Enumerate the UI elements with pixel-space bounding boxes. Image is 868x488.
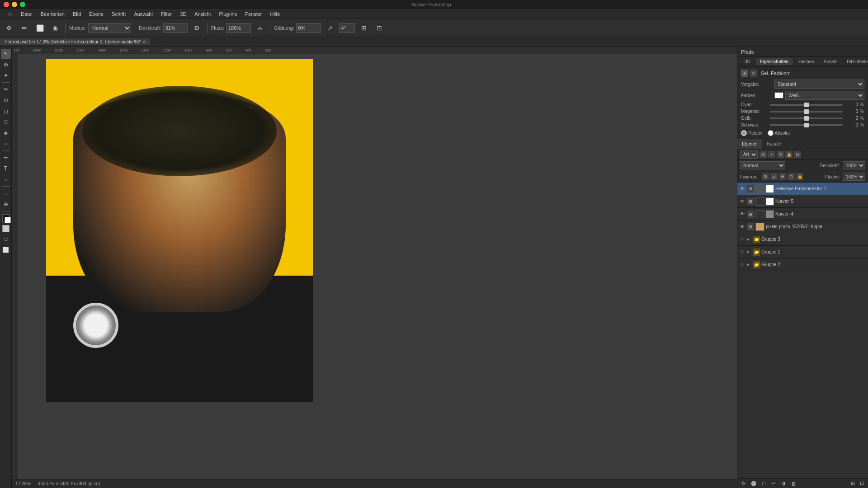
zoom-tool[interactable]: ⊕ — [1, 199, 11, 209]
group-arrow-icon[interactable]: ▶ — [747, 263, 751, 267]
lock-all-icon[interactable]: 🔒 — [785, 151, 793, 158]
tool-icon-2[interactable]: ◉ — [49, 22, 61, 34]
fx-icon[interactable]: fx — [740, 480, 747, 487]
dodge-tool[interactable]: ○ — [1, 139, 11, 149]
layer-visibility-icon[interactable]: 👁 — [739, 211, 745, 217]
flaeche-select[interactable]: 100% — [843, 173, 865, 181]
layer-visibility-icon[interactable]: 👁 — [739, 262, 745, 268]
farben-select[interactable]: Weiß Rottöne Gelbtöne — [785, 91, 864, 100]
menu-ansicht[interactable]: Ansicht — [191, 10, 214, 18]
layer-row[interactable]: 👁 ⊞ pixels-photo-1578531 Kopie — [737, 221, 868, 233]
menu-filter[interactable]: Filter — [157, 10, 175, 18]
pressure-icon[interactable]: ⊡ — [373, 22, 386, 34]
extra-tool[interactable]: … — [1, 188, 11, 198]
adjustment-icon-2[interactable]: ⊙ — [750, 70, 757, 77]
menu-hilfe[interactable]: Hilfe — [266, 10, 283, 18]
lock-artboard-2-icon[interactable]: ⊡ — [788, 173, 795, 180]
background-color[interactable] — [2, 225, 9, 232]
blur-tool[interactable]: ◈ — [1, 128, 11, 138]
document-tab[interactable]: Portrait.psd bei 17,3% (Selektive Farbko… — [0, 38, 151, 45]
cyan-slider[interactable] — [770, 104, 843, 106]
vorgabe-select[interactable]: Standard — [774, 80, 864, 89]
menu-schrift[interactable]: Schrift — [108, 10, 129, 18]
tab-ebenen[interactable]: Ebenen — [737, 139, 762, 149]
eraser-tool[interactable]: ◻ — [1, 106, 11, 116]
lock-pos-icon[interactable]: + — [768, 151, 775, 158]
foreground-color[interactable] — [2, 214, 10, 222]
art-select[interactable]: Art — [740, 150, 758, 159]
tab-bibliotheken[interactable]: Bibliotheken — [842, 58, 868, 65]
grid-icon[interactable]: ⊞ — [849, 480, 856, 487]
new-layer-icon[interactable]: ↩ — [770, 480, 777, 487]
canvas-image[interactable] — [46, 59, 313, 402]
lock-transparent-icon[interactable]: ⊞ — [762, 173, 769, 180]
angle-input[interactable] — [339, 23, 355, 33]
magenta-slider[interactable] — [770, 111, 843, 113]
tab-absatz[interactable]: Absatz — [819, 58, 843, 65]
deckkraft-layer-select[interactable]: 100% — [843, 161, 865, 169]
adjustment-icon-1[interactable]: ◈ — [741, 70, 748, 77]
menu-auswahl[interactable]: Auswahl — [130, 10, 156, 18]
layer-visibility-icon[interactable]: 👁 — [739, 198, 745, 205]
deckkraft-icon[interactable]: ⚙ — [191, 22, 203, 34]
lock-artboard-icon[interactable]: ⊡ — [777, 151, 784, 158]
document-close-icon[interactable]: ✕ — [142, 39, 146, 44]
tool-icon-1[interactable]: ⬜ — [33, 22, 46, 34]
layer-row[interactable]: 👁 ⊞ Kurven 4 — [737, 208, 868, 221]
menu-bild[interactable]: Bild — [69, 10, 85, 18]
new-fill-icon[interactable]: ⬤ — [750, 480, 757, 487]
layer-row[interactable]: 👁 ▶ 📁 Gruppe 2 — [737, 258, 868, 271]
airbrush-icon[interactable]: 🜁 — [254, 22, 266, 34]
move-tool-icon[interactable]: ✥ — [3, 22, 15, 34]
link-icon[interactable]: ⛓ — [794, 151, 801, 158]
gelb-slider[interactable] — [770, 117, 843, 119]
tab-zeichen[interactable]: Zeichen — [793, 58, 819, 65]
lock-move-icon[interactable]: ✥ — [779, 173, 786, 180]
brush-tool[interactable]: ✏ — [1, 84, 11, 94]
menu-datei[interactable]: Datei — [17, 10, 36, 18]
tab-eigenschaften[interactable]: Eigenschaften — [755, 58, 793, 65]
minimize-button[interactable] — [12, 2, 17, 7]
glaettung-input[interactable] — [296, 23, 321, 33]
absolut-radio[interactable]: Absolut — [768, 130, 790, 136]
quick-mask-tool[interactable]: ⬭ — [1, 234, 11, 244]
layers-list[interactable]: 👁 ⊞ Selektive Farbkorrektur 2 👁 ⊞ Kurven… — [737, 183, 868, 478]
layer-mask-icon[interactable]: ◑ — [780, 480, 787, 487]
farben-swatch[interactable] — [774, 92, 783, 99]
group-arrow-icon[interactable]: ▶ — [747, 250, 751, 254]
layer-row[interactable]: 👁 ⊞ Selektive Farbkorrektur 2 — [737, 183, 868, 195]
window-controls[interactable] — [4, 2, 25, 7]
layer-row[interactable]: 👁 ⊞ Kurven 5 — [737, 195, 868, 208]
canvas-viewport[interactable] — [19, 54, 737, 479]
schwarz-slider[interactable] — [770, 124, 843, 126]
crop-tool[interactable]: ⊕ — [1, 60, 11, 70]
selection-tool[interactable]: ↖ — [1, 49, 11, 59]
brush-tool-icon[interactable]: ✏ — [18, 22, 31, 34]
relativ-radio[interactable]: Relativ — [741, 130, 762, 136]
lock-image-icon[interactable]: 🖌 — [770, 173, 778, 180]
lock-pixel-icon[interactable]: ⊞ — [760, 151, 767, 158]
blend-mode-select[interactable]: Normal — [740, 161, 785, 169]
layer-row[interactable]: 👁 ▶ 📁 Gruppe 3 — [737, 233, 868, 246]
menu-fenster[interactable]: Fenster — [241, 10, 265, 18]
symmetry-icon[interactable]: ⊞ — [358, 22, 370, 34]
eyedropper-tool[interactable]: ✦ — [1, 70, 11, 80]
new-group-icon[interactable]: ◻ — [760, 480, 767, 487]
text-tool[interactable]: T — [1, 164, 11, 174]
pen-tool[interactable]: ✒ — [1, 153, 11, 163]
deckkraft-input[interactable] — [163, 23, 188, 33]
group-arrow-icon[interactable]: ▶ — [747, 237, 751, 241]
share-icon[interactable]: ⊡ — [858, 480, 865, 487]
paint-bucket-tool[interactable]: ⬡ — [1, 117, 11, 127]
layer-visibility-icon[interactable]: 👁 — [739, 224, 745, 230]
menu-bearbeiten[interactable]: Bearbeiten — [37, 10, 68, 18]
menu-ebene[interactable]: Ebene — [85, 10, 107, 18]
layer-visibility-icon[interactable]: 👁 — [739, 249, 745, 255]
fluss-input[interactable] — [226, 23, 251, 33]
lock-all-2-icon[interactable]: 🔒 — [796, 173, 803, 180]
home-icon[interactable]: ⌂ — [4, 8, 16, 20]
close-button[interactable] — [4, 2, 9, 7]
path-tool[interactable]: ⬦ — [1, 174, 11, 184]
maximize-button[interactable] — [20, 2, 25, 7]
menu-plugins[interactable]: Plug-ins — [215, 10, 241, 18]
